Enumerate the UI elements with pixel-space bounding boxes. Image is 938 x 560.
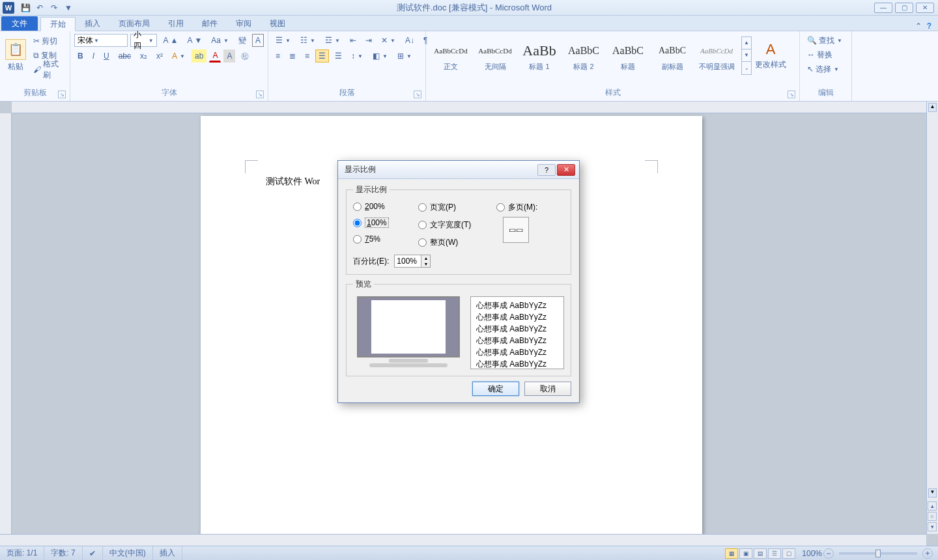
underline-button[interactable]: U xyxy=(100,49,113,63)
radio-page-width[interactable] xyxy=(418,203,427,212)
sort-button[interactable]: A↓ xyxy=(402,34,418,47)
align-right-button[interactable]: ≡ xyxy=(302,49,313,63)
view-full-screen-button[interactable]: ▣ xyxy=(739,548,752,559)
phonetic-guide-button[interactable]: 變 xyxy=(235,34,249,47)
radio-text-width[interactable] xyxy=(418,221,427,229)
browse-object-icon[interactable]: ○ xyxy=(928,512,937,521)
asian-layout-button[interactable]: ✕▼ xyxy=(378,34,399,47)
scroll-down-icon[interactable]: ▼ xyxy=(928,488,937,497)
style-item[interactable]: AaBbC标题 xyxy=(607,36,649,74)
minimize-ribbon-icon[interactable]: ⌃ xyxy=(915,21,922,31)
number-list-button[interactable]: ☷▼ xyxy=(297,34,319,47)
style-item[interactable]: AaBbCcDd无间隔 xyxy=(474,36,516,74)
status-word-count[interactable]: 字数: 7 xyxy=(44,546,82,560)
style-scroll-down-icon[interactable]: ▼ xyxy=(742,49,751,62)
radio-many-pages[interactable] xyxy=(496,203,505,212)
tab-insert[interactable]: 插入 xyxy=(76,16,109,31)
radio-text-width-label[interactable]: 文字宽度(T) xyxy=(430,219,471,231)
status-spellcheck[interactable]: ✔ xyxy=(83,546,103,560)
increase-indent-button[interactable]: ⇥ xyxy=(362,34,375,47)
redo-icon[interactable]: ↷ xyxy=(48,2,60,14)
radio-200-label[interactable]: 200% xyxy=(365,202,385,211)
browse-prev-icon[interactable]: ▴ xyxy=(928,501,937,511)
italic-button[interactable]: I xyxy=(89,49,98,63)
view-outline-button[interactable]: ☰ xyxy=(768,548,781,559)
styles-launcher-icon[interactable]: ↘ xyxy=(788,91,795,98)
dialog-titlebar[interactable]: 显示比例 ? ✕ xyxy=(338,161,579,179)
tab-home[interactable]: 开始 xyxy=(40,17,76,31)
shrink-font-button[interactable]: A▼ xyxy=(184,34,205,47)
dialog-close-button[interactable]: ✕ xyxy=(557,164,575,176)
status-page[interactable]: 页面: 1/1 xyxy=(0,546,44,560)
align-left-button[interactable]: ≡ xyxy=(272,49,283,63)
distribute-button[interactable]: ☰ xyxy=(332,49,345,63)
radio-whole-page[interactable] xyxy=(418,238,427,247)
horizontal-scrollbar[interactable] xyxy=(0,534,926,546)
style-item[interactable]: AaBbCcDd正文 xyxy=(430,36,472,74)
radio-page-width-label[interactable]: 页宽(P) xyxy=(430,202,456,213)
browse-next-icon[interactable]: ▾ xyxy=(928,522,937,531)
multilevel-list-button[interactable]: ☲▼ xyxy=(322,34,344,47)
radio-75[interactable] xyxy=(353,235,362,244)
radio-100[interactable] xyxy=(353,219,362,227)
align-center-button[interactable]: ≣ xyxy=(286,49,299,63)
cut-button[interactable]: ✂剪切 xyxy=(30,35,66,48)
vertical-ruler[interactable] xyxy=(0,113,12,534)
replace-button[interactable]: ↔替换 xyxy=(804,48,847,61)
font-color-button[interactable]: A xyxy=(209,49,221,63)
scroll-up-icon[interactable]: ▲ xyxy=(928,103,937,112)
tab-view[interactable]: 视图 xyxy=(261,16,294,31)
horizontal-ruler[interactable] xyxy=(12,102,926,113)
view-print-layout-button[interactable]: ▦ xyxy=(725,548,738,559)
bullet-list-button[interactable]: ☰▼ xyxy=(272,34,294,47)
zoom-slider[interactable] xyxy=(839,552,917,555)
style-item[interactable]: AaBb标题 1 xyxy=(519,36,560,74)
radio-many-pages-label[interactable]: 多页(M): xyxy=(508,202,537,213)
font-family-select[interactable]: 宋体▼ xyxy=(74,34,128,47)
text-effects-button[interactable]: A▼ xyxy=(169,49,189,63)
enclose-char-button[interactable]: ㊓ xyxy=(238,49,252,63)
decrease-indent-button[interactable]: ⇤ xyxy=(347,34,360,47)
tab-layout[interactable]: 页面布局 xyxy=(109,16,159,31)
justify-button[interactable]: ☰ xyxy=(315,49,329,63)
style-gallery-more-icon[interactable]: ⌄ xyxy=(742,62,751,74)
view-draft-button[interactable]: ▢ xyxy=(782,548,795,559)
spin-down-icon[interactable]: ▼ xyxy=(421,261,430,267)
line-spacing-button[interactable]: ↕▼ xyxy=(348,49,367,63)
minimize-button[interactable]: — xyxy=(874,3,892,13)
radio-whole-page-label[interactable]: 整页(W) xyxy=(430,237,458,248)
style-item[interactable]: AaBbCcDd不明显强调 xyxy=(696,36,737,74)
radio-200[interactable] xyxy=(353,203,362,211)
paste-button[interactable]: 📋 粘贴 xyxy=(4,34,27,77)
style-item[interactable]: AaBbC标题 2 xyxy=(563,36,604,74)
percent-input[interactable] xyxy=(395,255,421,267)
tab-file[interactable]: 文件 xyxy=(1,16,38,31)
status-insert-mode[interactable]: 插入 xyxy=(153,546,182,560)
help-icon[interactable]: ? xyxy=(927,21,931,31)
char-border-button[interactable]: A xyxy=(252,34,264,47)
status-language[interactable]: 中文(中国) xyxy=(103,546,153,560)
dialog-help-button[interactable]: ? xyxy=(537,164,556,176)
subscript-button[interactable]: x₂ xyxy=(137,49,150,63)
bold-button[interactable]: B xyxy=(74,49,87,63)
zoom-slider-thumb[interactable] xyxy=(875,550,881,557)
shading-button[interactable]: ◧▼ xyxy=(369,49,391,63)
style-item[interactable]: AaBbC副标题 xyxy=(651,36,693,74)
tab-mailings[interactable]: 邮件 xyxy=(193,16,227,31)
clipboard-launcher-icon[interactable]: ↘ xyxy=(58,91,66,98)
qat-dropdown-icon[interactable]: ▼ xyxy=(63,2,74,14)
font-launcher-icon[interactable]: ↘ xyxy=(256,91,264,98)
highlight-button[interactable]: ab xyxy=(192,49,206,63)
radio-75-label[interactable]: 75% xyxy=(365,234,380,244)
zoom-out-button[interactable]: − xyxy=(823,548,834,559)
change-case-button[interactable]: Aa▼ xyxy=(208,34,233,47)
view-web-button[interactable]: ▤ xyxy=(754,548,767,559)
grow-font-button[interactable]: A▲ xyxy=(160,34,181,47)
font-size-select[interactable]: 小四▼ xyxy=(130,34,158,47)
tab-references[interactable]: 引用 xyxy=(159,16,193,31)
zoom-level-label[interactable]: 100% xyxy=(802,549,822,558)
superscript-button[interactable]: x² xyxy=(153,49,166,63)
tab-review[interactable]: 审阅 xyxy=(227,16,261,31)
change-styles-button[interactable]: A 更改样式 xyxy=(754,34,787,77)
zoom-in-button[interactable]: + xyxy=(922,548,933,559)
